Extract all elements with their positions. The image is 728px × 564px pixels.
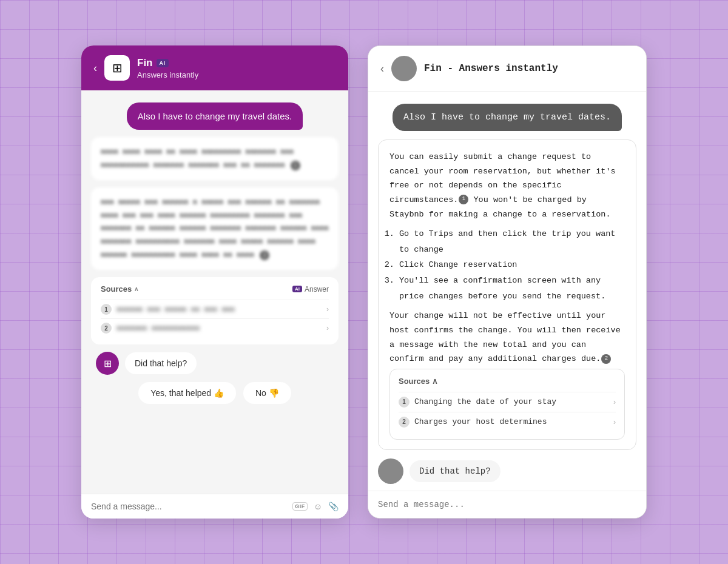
sources-label-left[interactable]: Sources ∧ bbox=[101, 284, 138, 294]
footnote-2-left: 2 bbox=[260, 250, 269, 260]
answer-list-item-3: You'll see a confirmation screen with an… bbox=[399, 273, 625, 304]
source-num-1: 1 bbox=[101, 304, 112, 315]
source-text-2-right: Charges your host determines bbox=[414, 417, 547, 426]
source-text-2-left: mmmmmmm mmmmmmmmmmm bbox=[116, 324, 200, 332]
right-body: Also I have to change my travel dates. Y… bbox=[368, 92, 646, 491]
footnote-1-left: 1 bbox=[291, 161, 300, 170]
source-num-2-right: 2 bbox=[399, 417, 410, 428]
left-header: ‹ ⊞ Fin AI Answers instantly bbox=[81, 45, 348, 90]
left-header-subtitle: Answers instantly bbox=[137, 70, 198, 79]
left-message-input[interactable] bbox=[91, 502, 292, 511]
right-message-input[interactable] bbox=[378, 500, 636, 509]
sources-header-left: Sources ∧ AI Answer bbox=[101, 284, 329, 294]
source-item-2-right[interactable]: 2 Charges your host determines › bbox=[399, 412, 616, 432]
right-footer bbox=[368, 491, 646, 518]
answer-list-item-2: Click Change reservation bbox=[399, 257, 625, 273]
source-item-2-left[interactable]: 2 mmmmmmm mmmmmmmmmmm › bbox=[101, 318, 329, 337]
left-chat-panel: ‹ ⊞ Fin AI Answers instantly Also I have… bbox=[81, 45, 348, 519]
ai-answer-badge: AI Answer bbox=[292, 285, 329, 294]
left-footer: GIF ☺ 📎 bbox=[81, 494, 348, 519]
yes-helped-button[interactable]: Yes, that helped 👍 bbox=[138, 382, 236, 404]
sources-section-right: Sources ∧ 1 Changing the date of your st… bbox=[389, 369, 625, 440]
sources-header-right: Sources ∧ bbox=[399, 377, 616, 386]
sources-chevron-left: ∧ bbox=[134, 286, 138, 292]
blurred-response-block-2: mmm mmmmm mmm mmmmmm m mmmmm mmm mmmmmm … bbox=[91, 187, 339, 270]
left-body: Also I have to change my travel dates. m… bbox=[81, 90, 348, 494]
source-text-1-left: mmmmmm mmm mmmmm mm mmm mmm bbox=[116, 305, 235, 314]
blurred-response-block-1: mmmm mmmm mmmm mm mmmm mmmmmmmmm mmmmmmm… bbox=[91, 137, 339, 180]
footnote-circle-1: 1 bbox=[459, 195, 468, 204]
source-chevron-2-right: › bbox=[613, 418, 616, 426]
fin-logo: ⊞ bbox=[104, 55, 130, 81]
right-chat-panel: ‹ Fin - Answers instantly Also I have to… bbox=[368, 45, 647, 519]
source-text-1-right: Changing the date of your stay bbox=[414, 397, 556, 406]
bot-avatar-left: ⊞ bbox=[96, 352, 119, 375]
sources-section-left: Sources ∧ AI Answer 1 mmmmmm mmm mmmmm m… bbox=[91, 277, 339, 344]
right-header-title: Fin - Answers instantly bbox=[424, 63, 558, 74]
left-header-text: Fin AI Answers instantly bbox=[137, 57, 198, 79]
did-help-row-left: ⊞ Did that help? bbox=[91, 352, 339, 375]
gif-button[interactable]: GIF bbox=[292, 502, 308, 511]
left-back-button[interactable]: ‹ bbox=[93, 62, 97, 75]
footnote-circle-2: 2 bbox=[601, 354, 611, 364]
source-item-1-right[interactable]: 1 Changing the date of your stay › bbox=[399, 392, 616, 412]
user-message-right: Also I have to change my travel dates. bbox=[393, 104, 622, 131]
fin-title: Fin bbox=[137, 57, 153, 69]
right-avatar bbox=[391, 56, 417, 81]
answer-paragraph-2: Your change will not be effective until … bbox=[389, 309, 625, 366]
source-item-1-left[interactable]: 1 mmmmmm mmm mmmmm mm mmm mmm › bbox=[101, 300, 329, 318]
source-num-1-right: 1 bbox=[399, 397, 410, 408]
ai-small-badge: AI bbox=[292, 286, 302, 292]
no-helped-button[interactable]: No 👎 bbox=[243, 382, 291, 404]
source-num-2: 2 bbox=[101, 323, 112, 334]
source-chevron-1-right: › bbox=[613, 398, 616, 406]
source-chevron-2-left: › bbox=[326, 324, 329, 332]
answer-list: Go to Trips and then click the trip you … bbox=[399, 226, 625, 304]
ai-badge-left: AI bbox=[157, 59, 169, 67]
right-bot-avatar bbox=[378, 458, 403, 484]
left-footer-icons: GIF ☺ 📎 bbox=[292, 502, 339, 511]
user-message-left: Also I have to change my travel dates. bbox=[127, 102, 303, 130]
source-chevron-1-left: › bbox=[326, 305, 329, 314]
did-help-bubble-left: Did that help? bbox=[125, 352, 197, 374]
right-did-help-row: Did that help? bbox=[378, 458, 636, 484]
left-header-title: Fin AI bbox=[137, 57, 198, 69]
right-back-button[interactable]: ‹ bbox=[380, 62, 384, 75]
emoji-button[interactable]: ☺ bbox=[314, 502, 322, 511]
feedback-row-left: Yes, that helped 👍 No 👎 bbox=[91, 382, 339, 404]
right-header: ‹ Fin - Answers instantly bbox=[368, 46, 646, 92]
bot-icon-left: ⊞ bbox=[104, 358, 112, 369]
answer-list-item-1: Go to Trips and then click the trip you … bbox=[399, 226, 625, 257]
right-did-help-bubble: Did that help? bbox=[410, 460, 500, 482]
attachment-button[interactable]: 📎 bbox=[328, 502, 339, 511]
answer-bubble: You can easily submit a change request t… bbox=[378, 139, 636, 450]
fin-logo-icon: ⊞ bbox=[112, 61, 123, 75]
answer-paragraph-1: You can easily submit a change request t… bbox=[389, 150, 625, 221]
